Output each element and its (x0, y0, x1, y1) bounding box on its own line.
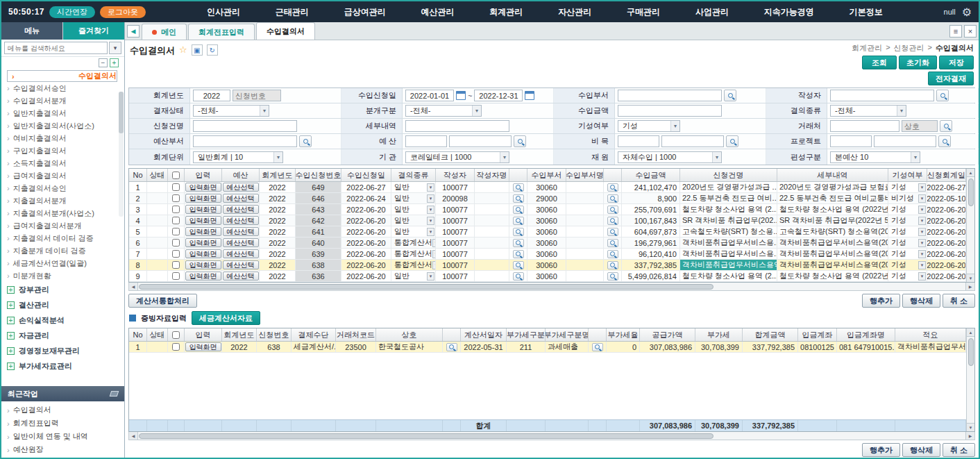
detail-input[interactable] (405, 120, 509, 132)
grid-cell[interactable] (168, 271, 185, 281)
scroll-right-icon[interactable]: ▶ (965, 283, 974, 290)
budget-select-button[interactable]: 예산선택 (223, 238, 259, 247)
grid-cell[interactable]: 30060 (527, 182, 566, 192)
grid-cell[interactable]: 641 (296, 226, 341, 237)
grid-cell[interactable]: 2022-06-20 (341, 204, 391, 215)
grid-cell[interactable]: 일반▾ (391, 182, 436, 192)
date-to-input[interactable] (474, 90, 523, 101)
grid-cell[interactable]: 2022 (260, 204, 296, 215)
sidebar-item[interactable]: ›지출결의서 데이터 검증 (7, 232, 117, 244)
grid-cell[interactable]: 636 (296, 271, 341, 281)
search-icon[interactable] (607, 183, 618, 192)
dropdown-icon[interactable]: ▾ (427, 206, 434, 214)
grid-cell[interactable]: 337,792,385 (622, 260, 680, 270)
row-checkbox[interactable] (172, 183, 180, 191)
grid-cell[interactable]: 2022 (260, 249, 296, 259)
row-checkbox[interactable] (172, 228, 180, 235)
sidebar-item[interactable]: ›지출결의서승인 (7, 182, 117, 194)
grid-cell[interactable]: 2022-06-20 (927, 226, 966, 237)
grid-cell[interactable]: 입력화면 (185, 342, 222, 352)
grid-cell[interactable] (168, 193, 185, 203)
income-grid-hscrollbar[interactable]: ◀ ▶ (128, 283, 975, 291)
scroll-down-icon[interactable]: ▼ (967, 423, 974, 431)
grid-cell[interactable]: 2022-06-20 (927, 204, 966, 215)
income-amount-input[interactable] (618, 105, 722, 117)
grid-cell[interactable] (168, 226, 185, 237)
grid-cell[interactable]: 입력화면 (185, 182, 222, 192)
grid-cell[interactable]: 입력화면 (185, 260, 222, 270)
expand-icon[interactable]: + (7, 332, 15, 340)
fiscal-year-input[interactable] (193, 90, 230, 101)
grid-cell[interactable]: 예산선택 (222, 182, 260, 192)
vendor-search-icon[interactable] (940, 120, 952, 132)
grid-cell[interactable]: 2022 (260, 237, 296, 248)
grid-cell[interactable]: 100077 (436, 249, 475, 259)
grid-cell[interactable]: 0 (607, 342, 640, 352)
grid-cell[interactable]: 객차비품취급업무서비스용역(2022년5월) 기성 (777, 237, 888, 248)
grid-cell[interactable] (147, 342, 168, 352)
grid-cell[interactable] (509, 215, 527, 226)
expand-icon[interactable]: + (7, 347, 15, 355)
grid-cell[interactable] (168, 204, 185, 215)
budget-select-button[interactable]: 예산선택 (223, 272, 259, 281)
grid-cell[interactable] (566, 182, 604, 192)
grid-cell[interactable]: 기성▾ (888, 260, 927, 270)
grid-cell[interactable] (443, 342, 461, 352)
search-icon[interactable] (607, 217, 618, 225)
evidence-grid-hscrollbar[interactable]: ◀ ▶ (128, 432, 975, 440)
grid-cell[interactable]: 30060 (527, 237, 566, 248)
grid-cell[interactable]: 255,709,691 (622, 204, 680, 215)
budget-select-button[interactable]: 예산선택 (223, 227, 259, 236)
grid-cell[interactable]: SR 객차비품 취급업무(202... (680, 215, 777, 226)
grid-cell[interactable]: 100077 (436, 215, 475, 226)
income-grid-row[interactable]: 4입력화면예산선택20226422022-06-20일반▾10007730060… (129, 215, 966, 226)
grid-cell[interactable]: 100077 (436, 204, 475, 215)
grid-cell[interactable]: 22.5 동부건축 전도급 여비교통비 수입결의(작... (777, 193, 888, 203)
scroll-left-icon[interactable]: ◀ (129, 432, 138, 440)
input-screen-button[interactable]: 입력화면 (185, 249, 221, 258)
grid-cell[interactable]: 1 (129, 342, 147, 352)
dropdown-icon[interactable]: ▾ (427, 228, 434, 236)
grid-cell[interactable] (168, 182, 185, 192)
top-menu-item[interactable]: 근태관리 (276, 6, 309, 18)
grid-cell[interactable] (168, 342, 185, 352)
search-icon[interactable] (513, 183, 524, 192)
grid-cell[interactable] (604, 204, 622, 215)
grid-cell[interactable] (604, 260, 622, 270)
grid-cell[interactable]: 2022-06-20 (927, 271, 966, 281)
input-screen-button[interactable]: 입력화면 (185, 227, 221, 236)
income-grid-row[interactable]: 7입력화면예산선택20226392022-06-20통합계산서▾10007730… (129, 249, 966, 260)
search-icon[interactable] (607, 250, 618, 258)
top-menu-item[interactable]: 지속가능경영 (764, 6, 814, 18)
top-menu-item[interactable]: 인사관리 (207, 6, 240, 18)
grid-cell[interactable]: 2022-06-27 (927, 182, 966, 192)
refresh-icon[interactable]: ↻ (207, 44, 218, 56)
save-button[interactable]: 저장 (939, 56, 974, 69)
expand-all-button[interactable]: + (110, 58, 119, 67)
search-icon[interactable] (513, 194, 524, 203)
grid-cell[interactable] (604, 237, 622, 248)
tab-list-icon[interactable]: ≡ (949, 25, 962, 37)
recent-item[interactable]: ›수입결의서 (7, 403, 124, 417)
dropdown-icon[interactable]: ▾ (918, 239, 926, 247)
grid-cell[interactable] (475, 271, 509, 281)
grid-cell[interactable]: 기성▾ (888, 204, 927, 215)
dropdown-icon[interactable]: ▾ (427, 183, 434, 192)
income-grid-row[interactable]: 2입력화면예산선택20226462022-06-24일반▾20009829000… (129, 193, 966, 204)
grid-cell[interactable] (475, 182, 509, 192)
dropdown-icon[interactable]: ▾ (427, 272, 434, 281)
grid-cell[interactable]: 211 (507, 342, 546, 352)
row-checkbox[interactable] (172, 206, 180, 213)
grid-cell[interactable] (509, 249, 527, 259)
search-icon[interactable] (513, 261, 524, 269)
grid-cell[interactable]: 한국철도공사 (376, 342, 443, 352)
budget-code-input[interactable] (405, 135, 447, 147)
grid-cell[interactable]: 638 (296, 260, 341, 270)
grid-cell[interactable] (147, 226, 168, 237)
grid-cell[interactable]: 100,167,843 (622, 215, 680, 226)
grid-cell[interactable]: 철도차량 청소사업 용역 (2022년 5월) 방역 (777, 204, 888, 215)
grid-cell[interactable]: 입력화면 (185, 271, 222, 281)
grid-cell[interactable]: 640 (296, 237, 341, 248)
grid-cell[interactable] (475, 260, 509, 270)
grid-cell[interactable]: 30060 (527, 226, 566, 237)
